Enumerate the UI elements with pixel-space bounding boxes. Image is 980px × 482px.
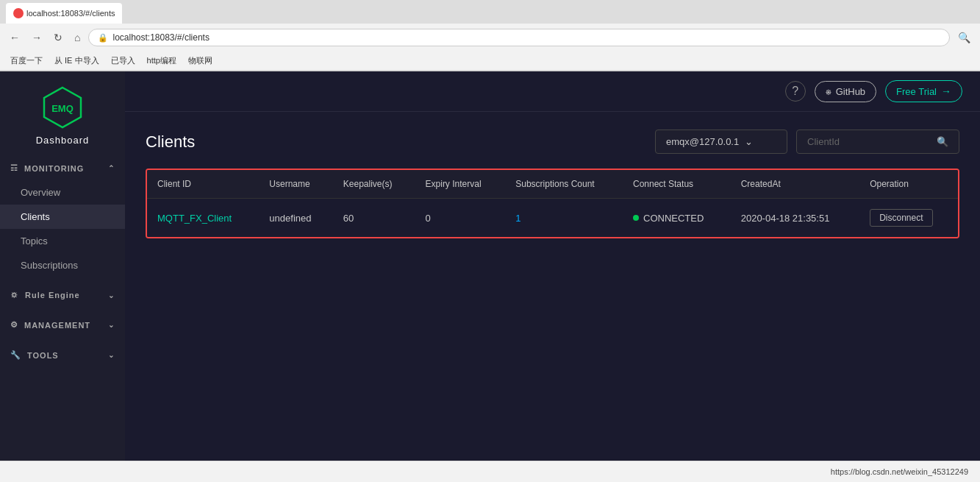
github-button[interactable]: ⎈ GitHub xyxy=(815,81,876,102)
subscriptions-label: Subscriptions xyxy=(21,260,78,271)
sidebar: EMQ Dashboard ☶ MONITORING ⌃ Overview Cl… xyxy=(0,71,125,461)
browser-chrome: localhost:18083/#/clients ← → ↻ ⌂ 🔒 loca… xyxy=(0,0,980,71)
status-url: https://blog.csdn.net/weixin_45312249 xyxy=(831,467,968,476)
address-bar[interactable]: 🔒 localhost:18083/#/clients xyxy=(88,29,950,46)
status-bar: https://blog.csdn.net/weixin_45312249 xyxy=(0,461,980,482)
tools-label: TOOLS xyxy=(27,351,59,360)
disconnect-button[interactable]: Disconnect xyxy=(870,209,932,227)
free-trial-arrow-icon: → xyxy=(941,85,951,97)
header-controls: emqx@127.0.0.1 ⌄ 🔍 xyxy=(655,130,959,154)
monitoring-label: MONITORING xyxy=(24,164,84,173)
management-section: ⚙ MANAGEMENT ⌄ xyxy=(0,310,125,340)
sidebar-item-clients[interactable]: Clients xyxy=(0,205,125,229)
bookmarks-bar: 百度一下 从 IE 中导入 已导入 http编程 物联网 xyxy=(0,52,980,71)
rule-engine-chevron: ⌄ xyxy=(108,291,115,300)
node-dropdown[interactable]: emqx@127.0.0.1 ⌄ xyxy=(655,130,787,154)
forward-button[interactable]: → xyxy=(28,29,46,46)
connect-status-label: CONNECTED xyxy=(643,213,704,224)
bookmark-1[interactable]: 百度一下 xyxy=(6,54,47,68)
tools-icon: 🔧 xyxy=(10,350,21,360)
management-icon: ⚙ xyxy=(10,320,18,330)
monitoring-icon: ☶ xyxy=(10,163,18,173)
cell-connect-status: CONNECTED xyxy=(623,199,731,238)
cell-client-id: MQTT_FX_Client xyxy=(147,199,259,238)
search-button[interactable]: 🔍 xyxy=(954,29,974,46)
cell-expiry: 0 xyxy=(415,199,506,238)
client-id-link[interactable]: MQTT_FX_Client xyxy=(157,213,232,224)
logo-svg: EMQ xyxy=(41,86,84,129)
sidebar-logo: EMQ Dashboard xyxy=(0,71,125,153)
management-header[interactable]: ⚙ MANAGEMENT ⌄ xyxy=(0,313,125,337)
cell-created-at: 2020-04-18 21:35:51 xyxy=(731,199,859,238)
subscriptions-count-value: 1 xyxy=(515,213,521,224)
home-button[interactable]: ⌂ xyxy=(71,29,84,46)
rule-engine-section: ⛭ Rule Engine ⌄ xyxy=(0,280,125,310)
top-bar: ? ⎈ GitHub Free Trial → xyxy=(125,71,980,112)
col-username: Username xyxy=(259,170,332,199)
tools-section: 🔧 TOOLS ⌄ xyxy=(0,340,125,370)
rule-engine-label: Rule Engine xyxy=(25,291,80,300)
rule-engine-icon: ⛭ xyxy=(10,291,19,300)
free-trial-label: Free Trial xyxy=(896,86,937,97)
page-title: Clients xyxy=(146,132,195,152)
cell-operation: Disconnect xyxy=(859,199,958,238)
node-dropdown-value: emqx@127.0.0.1 xyxy=(666,136,739,147)
github-label: GitHub xyxy=(836,86,865,97)
cell-subscriptions: 1 xyxy=(505,199,623,238)
monitoring-section: ☶ MONITORING ⌃ Overview Clients Topics S… xyxy=(0,153,125,280)
lock-icon: 🔒 xyxy=(98,33,108,43)
tools-header[interactable]: 🔧 TOOLS ⌄ xyxy=(0,343,125,367)
client-id-input[interactable] xyxy=(807,136,931,147)
col-keepalive: Keepalive(s) xyxy=(333,170,415,199)
overview-label: Overview xyxy=(21,187,60,198)
search-icon: 🔍 xyxy=(937,136,948,147)
cell-username: undefined xyxy=(259,199,332,238)
connect-status-badge: CONNECTED xyxy=(633,213,720,224)
clients-table-container: Client ID Username Keepalive(s) Expiry I… xyxy=(146,169,959,238)
rule-engine-header[interactable]: ⛭ Rule Engine ⌄ xyxy=(0,283,125,307)
active-tab[interactable]: localhost:18083/#/clients xyxy=(6,3,122,24)
page-content: Clients emqx@127.0.0.1 ⌄ 🔍 xyxy=(125,112,980,256)
cell-keepalive: 60 xyxy=(333,199,415,238)
col-created-at: CreatedAt xyxy=(731,170,859,199)
app: EMQ Dashboard ☶ MONITORING ⌃ Overview Cl… xyxy=(0,71,980,461)
logo-hex: EMQ xyxy=(41,86,84,129)
management-chevron: ⌄ xyxy=(108,321,115,329)
col-operation: Operation xyxy=(859,170,958,199)
sidebar-item-overview[interactable]: Overview xyxy=(0,180,125,205)
tools-chevron: ⌄ xyxy=(108,351,115,359)
col-subscriptions: Subscriptions Count xyxy=(505,170,623,199)
sidebar-item-topics[interactable]: Topics xyxy=(0,229,125,253)
nav-bar: ← → ↻ ⌂ 🔒 localhost:18083/#/clients 🔍 xyxy=(0,24,980,52)
github-icon: ⎈ xyxy=(826,86,831,97)
clients-label: Clients xyxy=(21,211,50,222)
col-connect-status: Connect Status xyxy=(623,170,731,199)
table-row: MQTT_FX_Client undefined 60 0 1 xyxy=(147,199,958,238)
monitoring-chevron: ⌃ xyxy=(108,164,115,172)
dashboard-label: Dashboard xyxy=(36,135,90,146)
table-body: MQTT_FX_Client undefined 60 0 1 xyxy=(147,199,958,238)
status-dot-icon xyxy=(633,215,639,221)
reload-button[interactable]: ↻ xyxy=(50,29,66,46)
bookmark-3[interactable]: 已导入 xyxy=(107,54,140,68)
free-trial-button[interactable]: Free Trial → xyxy=(885,80,962,102)
dropdown-chevron-icon: ⌄ xyxy=(745,136,753,147)
sidebar-item-subscriptions[interactable]: Subscriptions xyxy=(0,253,125,277)
topics-label: Topics xyxy=(21,235,48,247)
help-icon: ? xyxy=(792,85,798,98)
bookmark-4[interactable]: http编程 xyxy=(143,54,181,68)
clients-table: Client ID Username Keepalive(s) Expiry I… xyxy=(147,170,958,237)
tab-favicon xyxy=(13,8,24,18)
client-id-search[interactable]: 🔍 xyxy=(796,130,959,154)
table-header-row: Client ID Username Keepalive(s) Expiry I… xyxy=(147,170,958,199)
back-button[interactable]: ← xyxy=(6,29,24,46)
address-text: localhost:18083/#/clients xyxy=(112,32,209,43)
page-header: Clients emqx@127.0.0.1 ⌄ 🔍 xyxy=(146,130,959,154)
tab-label: localhost:18083/#/clients xyxy=(26,9,115,18)
help-button[interactable]: ? xyxy=(785,81,806,102)
col-client-id: Client ID xyxy=(147,170,259,199)
bookmark-2[interactable]: 从 IE 中导入 xyxy=(50,54,104,68)
bookmark-5[interactable]: 物联网 xyxy=(184,54,217,68)
svg-text:EMQ: EMQ xyxy=(51,103,74,114)
monitoring-header[interactable]: ☶ MONITORING ⌃ xyxy=(0,156,125,180)
